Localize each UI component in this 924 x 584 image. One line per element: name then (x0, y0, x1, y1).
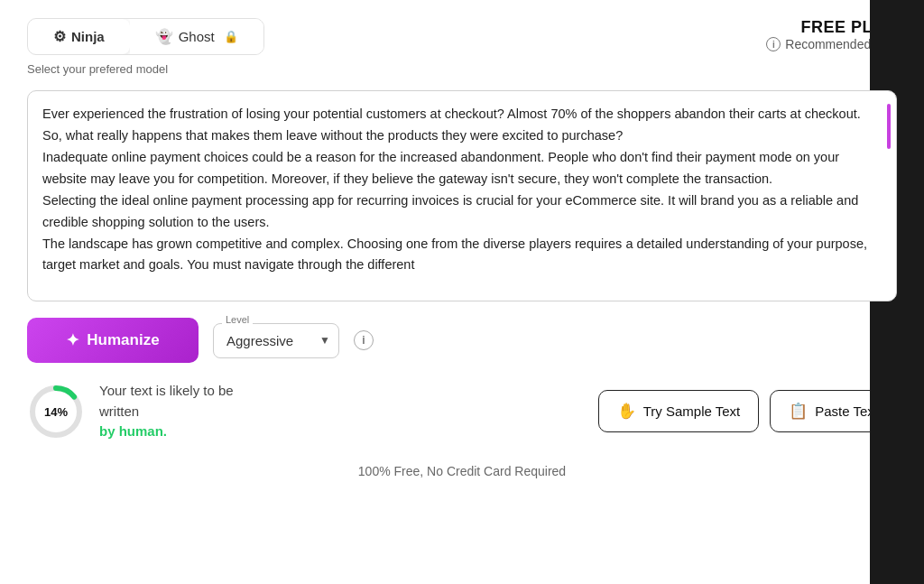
action-buttons: ✋ Try Sample Text 📋 Paste Text (598, 390, 897, 432)
top-section: ⚙ Ninja 👻 Ghost 🔒 Select your prefered m… (27, 18, 897, 76)
score-value: 14% (44, 404, 68, 418)
ghost-icon: 👻 (155, 28, 173, 45)
controls-row: ✦ Humanize Level Aggressive Moderate Lig… (27, 318, 897, 363)
try-sample-label: Try Sample Text (643, 403, 741, 419)
hand-icon: ✋ (617, 402, 636, 421)
score-circle: 14% (27, 383, 85, 440)
bottom-section: 14% Your text is likely to be written by… (27, 381, 897, 442)
paste-text-label: Paste Text (815, 403, 878, 419)
score-description: Your text is likely to be written (99, 383, 234, 419)
clipboard-icon: 📋 (789, 402, 808, 421)
model-selector: ⚙ Ninja 👻 Ghost 🔒 Select your prefered m… (27, 18, 264, 76)
footer-text: 100% Free, No Credit Card Required (358, 464, 566, 478)
recommended-info-icon: i (766, 37, 781, 51)
model-tabs: ⚙ Ninja 👻 Ghost 🔒 (27, 18, 264, 55)
tab-ghost[interactable]: 👻 Ghost 🔒 (130, 19, 263, 54)
tab-ghost-label: Ghost (179, 29, 215, 44)
level-select-wrapper: Level Aggressive Moderate Light ▼ (213, 323, 339, 358)
score-text: Your text is likely to be written by hum… (99, 381, 244, 442)
level-label: Level (222, 314, 253, 325)
footer-note: 100% Free, No Credit Card Required (27, 464, 897, 478)
scrollbar-indicator (887, 104, 891, 149)
humanize-label: Humanize (87, 331, 159, 349)
try-sample-button[interactable]: ✋ Try Sample Text (598, 390, 760, 432)
lock-icon: 🔒 (224, 30, 238, 43)
tab-ninja[interactable]: ⚙ Ninja (28, 19, 130, 54)
level-info-icon[interactable]: i (354, 330, 374, 350)
text-area-wrapper (27, 90, 897, 301)
humanize-icon: ✦ (66, 330, 79, 350)
main-text-input[interactable] (42, 104, 882, 284)
level-select[interactable]: Aggressive Moderate Light (213, 323, 339, 358)
tab-ninja-label: Ninja (71, 29, 105, 44)
score-highlight: by human. (99, 423, 167, 439)
ninja-icon: ⚙ (53, 28, 66, 45)
model-selector-label: Select your prefered model (27, 62, 264, 76)
score-section: 14% Your text is likely to be written by… (27, 381, 244, 442)
humanize-button[interactable]: ✦ Humanize (27, 318, 199, 363)
